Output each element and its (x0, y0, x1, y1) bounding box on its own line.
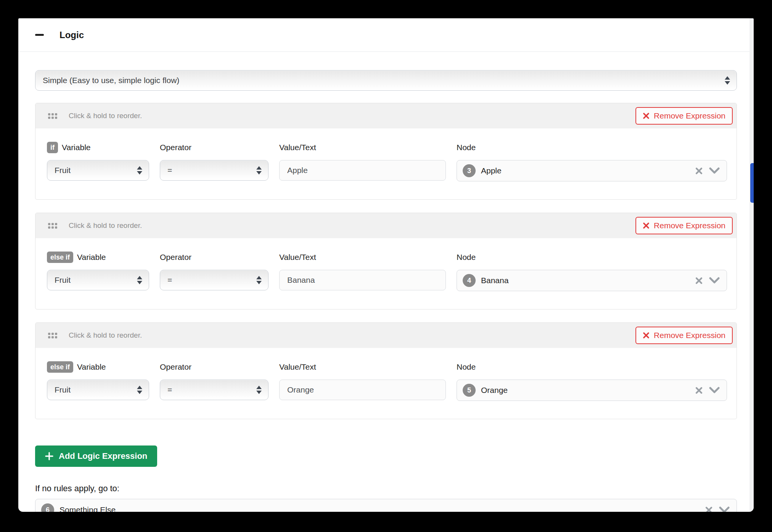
reorder-hint: Click & hold to reorder. (69, 112, 142, 120)
x-icon (695, 277, 703, 285)
scrollbar-thumb[interactable] (750, 163, 754, 203)
select-spinner-icon (137, 276, 142, 284)
x-icon (643, 332, 650, 339)
clear-node-button[interactable] (705, 506, 713, 512)
panel-header: Logic (18, 18, 754, 52)
expression-header: Click & hold to reorder. Remove Expressi… (35, 103, 737, 128)
node-dropdown-button[interactable] (709, 387, 720, 394)
node-number-badge: 6 (41, 503, 54, 512)
drag-handle-icon[interactable] (48, 113, 57, 119)
x-icon (695, 167, 703, 175)
node-dropdown-button[interactable] (709, 277, 720, 284)
expression-body: else if Variable Fruit Operator = (35, 238, 737, 309)
node-dropdown-button[interactable] (719, 506, 730, 512)
x-icon (705, 506, 713, 512)
value-input[interactable] (279, 160, 446, 181)
value-label: Value/Text (279, 361, 446, 373)
page-title: Logic (60, 30, 84, 40)
reorder-hint: Click & hold to reorder. (69, 331, 142, 340)
node-value: Orange (481, 386, 508, 395)
expression-header: Click & hold to reorder. Remove Expressi… (35, 323, 737, 348)
condition-badge: if (47, 142, 58, 153)
node-number-badge: 5 (463, 384, 476, 397)
logic-type-select[interactable]: Simple (Easy to use, simple logic flow) (35, 70, 737, 91)
node-label: Node (457, 251, 727, 264)
condition-badge: else if (47, 252, 73, 263)
node-label: Node (457, 141, 727, 154)
node-value: Something Else (60, 505, 116, 512)
operator-select[interactable]: = (160, 270, 269, 290)
value-input[interactable] (279, 270, 446, 290)
expression-block-1: Click & hold to reorder. Remove Expressi… (35, 103, 737, 200)
variable-select[interactable]: Fruit (47, 270, 149, 290)
select-spinner-icon (137, 386, 142, 394)
chevron-down-icon (709, 387, 720, 394)
panel-body: Simple (Easy to use, simple logic flow) … (18, 52, 754, 512)
variable-label: Variable (62, 143, 91, 152)
select-spinner-icon (256, 166, 262, 175)
x-icon (643, 222, 650, 229)
node-number-badge: 3 (463, 164, 476, 177)
clear-node-button[interactable] (695, 386, 703, 394)
operator-select[interactable]: = (160, 160, 269, 181)
expression-body: if Variable Fruit Operator = (35, 128, 737, 199)
node-label: Node (457, 361, 727, 373)
operator-label: Operator (160, 251, 269, 264)
variable-label: Variable (77, 253, 106, 262)
condition-badge: else if (47, 361, 73, 373)
select-spinner-icon (256, 276, 262, 284)
expression-block-3: Click & hold to reorder. Remove Expressi… (35, 322, 737, 419)
operator-label: Operator (160, 141, 269, 154)
select-spinner-icon (725, 76, 730, 85)
minus-icon (35, 34, 44, 36)
clear-node-button[interactable] (695, 167, 703, 175)
node-value: Banana (481, 276, 508, 285)
chevron-down-icon (709, 167, 720, 174)
variable-select[interactable]: Fruit (47, 380, 149, 400)
node-number-badge: 4 (463, 274, 476, 287)
select-spinner-icon (137, 166, 142, 175)
collapse-button[interactable] (35, 29, 47, 41)
logic-type-value: Simple (Easy to use, simple logic flow) (43, 76, 179, 85)
value-input[interactable] (279, 380, 446, 400)
chevron-down-icon (719, 506, 730, 512)
node-value: Apple (481, 166, 502, 175)
variable-label: Variable (77, 362, 106, 372)
expression-block-2: Click & hold to reorder. Remove Expressi… (35, 213, 737, 309)
plus-icon (45, 452, 53, 460)
operator-select[interactable]: = (160, 380, 269, 400)
variable-select[interactable]: Fruit (47, 160, 149, 181)
select-spinner-icon (256, 386, 262, 394)
reorder-hint: Click & hold to reorder. (69, 221, 142, 230)
fallback-node-select[interactable]: 6 Something Else (35, 499, 737, 512)
x-icon (695, 386, 703, 394)
fallback-label: If no rules apply, go to: (35, 484, 737, 494)
drag-handle-icon[interactable] (48, 223, 57, 229)
expression-header: Click & hold to reorder. Remove Expressi… (35, 213, 737, 238)
value-label: Value/Text (279, 141, 446, 154)
node-select[interactable]: 5 Orange (457, 380, 727, 401)
remove-expression-button[interactable]: Remove Expression (635, 327, 733, 344)
x-icon (643, 112, 650, 119)
remove-expression-button[interactable]: Remove Expression (635, 107, 733, 125)
node-dropdown-button[interactable] (709, 167, 720, 174)
expression-body: else if Variable Fruit Operator = (35, 348, 737, 419)
node-select[interactable]: 4 Banana (457, 270, 727, 291)
add-logic-expression-button[interactable]: Add Logic Expression (35, 445, 157, 467)
operator-label: Operator (160, 361, 269, 373)
remove-expression-button[interactable]: Remove Expression (635, 217, 733, 234)
node-select[interactable]: 3 Apple (457, 160, 727, 181)
scrollbar-track[interactable] (749, 18, 754, 512)
logic-panel: Logic Simple (Easy to use, simple logic … (18, 18, 754, 512)
drag-handle-icon[interactable] (48, 333, 57, 338)
chevron-down-icon (709, 277, 720, 284)
clear-node-button[interactable] (695, 277, 703, 285)
value-label: Value/Text (279, 251, 446, 264)
